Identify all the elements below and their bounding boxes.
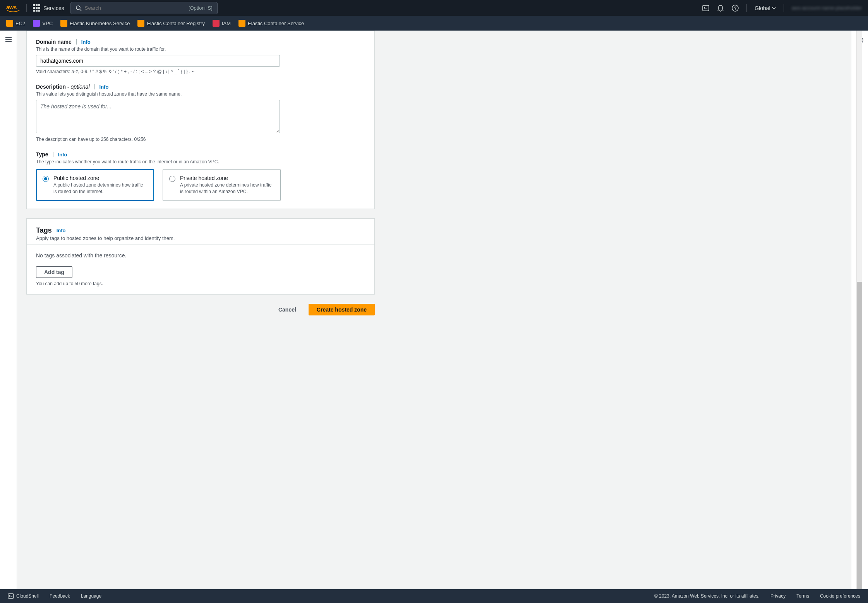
tags-panel: Tags Info Apply tags to hosted zones to …	[26, 218, 375, 295]
description-helper: The description can have up to 256 chara…	[36, 137, 365, 142]
scrollbar[interactable]	[856, 31, 862, 589]
services-label: Services	[43, 5, 64, 11]
service-link-eks[interactable]: Elastic Kubernetes Service	[60, 20, 130, 27]
action-buttons: Cancel Create hosted zone	[26, 304, 375, 315]
tags-subtitle: Apply tags to hosted zones to help organ…	[36, 235, 365, 241]
domain-name-group: Domain name Info This is the name of the…	[36, 39, 365, 74]
description-group: Description - optional Info This value l…	[36, 84, 365, 142]
service-label: VPC	[42, 21, 53, 26]
add-tag-button[interactable]: Add tag	[36, 266, 72, 278]
tags-header: Tags Info	[36, 226, 365, 235]
tags-info-link[interactable]: Info	[57, 228, 66, 233]
svg-point-1	[76, 6, 80, 10]
type-label: Type	[36, 151, 48, 158]
private-title: Private hosted zone	[180, 175, 274, 181]
help-icon[interactable]: ?	[732, 5, 739, 12]
public-zone-radio[interactable]: Public hosted zone A public hosted zone …	[36, 169, 154, 201]
service-label: Elastic Container Service	[248, 21, 304, 26]
description-textarea[interactable]	[36, 100, 280, 133]
divider	[53, 152, 53, 157]
type-hint: The type indicates whether you want to r…	[36, 159, 365, 164]
radio-icon	[43, 176, 49, 182]
type-group: Type Info The type indicates whether you…	[36, 151, 365, 201]
domain-name-input[interactable]	[36, 55, 280, 67]
svg-text:aws: aws	[6, 4, 17, 10]
region-selector[interactable]: Global	[755, 5, 775, 11]
private-zone-radio[interactable]: Private hosted zone A private hosted zon…	[163, 169, 281, 201]
service-label: IAM	[222, 21, 231, 26]
tags-helper: You can add up to 50 more tags.	[36, 281, 365, 286]
service-link-vpc[interactable]: VPC	[33, 20, 53, 27]
scrollbar-thumb[interactable]	[857, 282, 862, 589]
search-input[interactable]	[85, 5, 189, 11]
main-layout: Domain name Info This is the name of the…	[0, 31, 868, 589]
iam-icon	[213, 20, 220, 27]
domain-label: Domain name	[36, 39, 72, 45]
main-content: Domain name Info This is the name of the…	[17, 31, 851, 589]
sidebar-toggle[interactable]	[5, 37, 12, 589]
divider	[76, 39, 77, 45]
radio-icon	[169, 176, 175, 182]
top-nav: aws Services [Option+S]	[0, 0, 868, 16]
svg-line-2	[80, 9, 81, 11]
divider	[784, 4, 784, 12]
service-label: EC2	[15, 21, 25, 26]
description-hint: This value lets you distinguish hosted z…	[36, 91, 365, 97]
public-title: Public hosted zone	[53, 175, 148, 181]
search-shortcut: [Option+S]	[189, 5, 213, 11]
services-menu-button[interactable]: Services	[33, 4, 64, 12]
cancel-button[interactable]: Cancel	[271, 304, 304, 315]
config-panel: Domain name Info This is the name of the…	[26, 31, 375, 209]
aws-logo[interactable]: aws	[6, 4, 20, 12]
eks-icon	[60, 20, 67, 27]
service-link-ecs[interactable]: Elastic Container Service	[238, 20, 304, 27]
account-info[interactable]: aws-account-name-placeholder	[792, 5, 862, 11]
tags-title: Tags	[36, 226, 52, 235]
left-sidebar	[0, 31, 17, 589]
domain-info-link[interactable]: Info	[81, 39, 91, 45]
create-button[interactable]: Create hosted zone	[309, 304, 375, 315]
service-link-ec2[interactable]: EC2	[6, 20, 25, 27]
notifications-icon[interactable]	[717, 5, 724, 12]
svg-text:?: ?	[734, 6, 737, 10]
private-desc: A private hosted zone determines how tra…	[180, 182, 274, 195]
search-icon	[75, 5, 82, 11]
ecs-icon	[238, 20, 245, 27]
search-container[interactable]: [Option+S]	[70, 2, 218, 14]
divider	[26, 4, 27, 12]
chevron-down-icon	[772, 7, 776, 9]
service-link-ecr[interactable]: Elastic Container Registry	[137, 20, 205, 27]
domain-helper: Valid characters: a-z, 0-9, ! " # $ % & …	[36, 69, 365, 74]
description-label: Description - optional	[36, 84, 90, 90]
service-label: Elastic Kubernetes Service	[70, 21, 130, 26]
service-link-iam[interactable]: IAM	[213, 20, 231, 27]
type-info-link[interactable]: Info	[58, 152, 67, 158]
cloudshell-icon[interactable]	[702, 5, 709, 12]
public-desc: A public hosted zone determines how traf…	[53, 182, 148, 195]
grid-icon	[33, 4, 40, 12]
domain-hint: This is the name of the domain that you …	[36, 46, 365, 52]
services-bar: EC2 VPC Elastic Kubernetes Service Elast…	[0, 16, 868, 31]
description-info-link[interactable]: Info	[99, 84, 109, 90]
ec2-icon	[6, 20, 13, 27]
divider	[94, 84, 95, 89]
region-label: Global	[755, 5, 770, 11]
divider	[746, 4, 747, 12]
ecr-icon	[137, 20, 144, 27]
vpc-icon	[33, 20, 40, 27]
tags-empty-state: No tags associated with the resource.	[27, 244, 374, 266]
service-label: Elastic Container Registry	[147, 21, 205, 26]
